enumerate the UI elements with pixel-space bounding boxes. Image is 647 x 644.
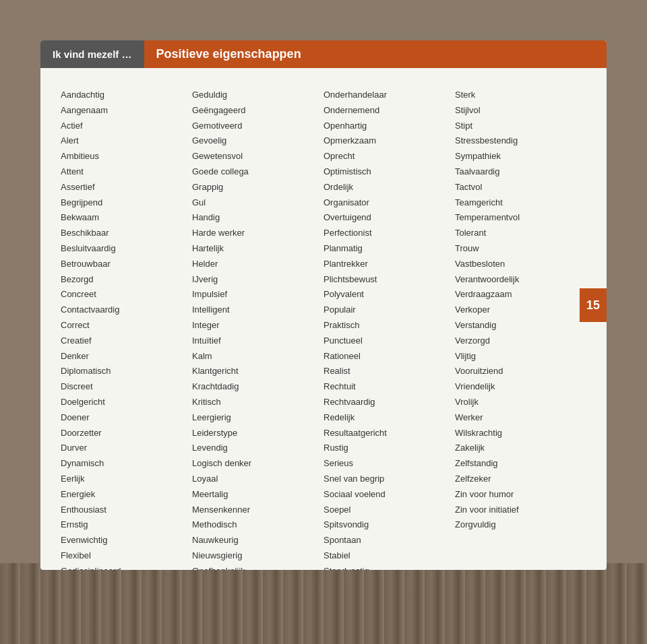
list-item: Stijlvol — [455, 104, 586, 118]
content-area: AandachtigAangenaamActiefAlertAmbitieusA… — [40, 82, 607, 570]
list-item: Rechtuit — [324, 380, 455, 394]
list-item: Ordelijk — [324, 181, 455, 195]
list-item: Intuïtief — [192, 334, 324, 348]
list-item: Intelligent — [192, 303, 324, 317]
list-item: Creatief — [61, 334, 192, 348]
list-item: Begrijpend — [61, 196, 192, 210]
list-item: Integer — [192, 319, 324, 333]
list-item: Nieuwsgierig — [192, 549, 324, 563]
list-item: Doelgericht — [61, 395, 192, 410]
list-item: Mensenkenner — [192, 503, 324, 517]
header-right-label: Positieve eigenschappen — [144, 40, 607, 68]
list-item: Populair — [324, 303, 455, 317]
list-item: Trouw — [455, 242, 586, 256]
list-item: Meertalig — [192, 488, 324, 502]
list-item: Betrouwbaar — [61, 257, 192, 271]
header-left-label: Ik vind mezelf … — [40, 40, 144, 68]
list-item: Contactvaardig — [61, 303, 192, 317]
list-item: Flexibel — [61, 549, 192, 563]
list-item: Perfectionist — [324, 226, 455, 240]
list-item: Logisch denker — [192, 457, 324, 471]
list-item: Rechtvaardig — [324, 395, 455, 410]
list-item: Gewetensvol — [192, 150, 324, 164]
list-item: Onafhankelijk — [192, 565, 324, 570]
list-item: Bekwaam — [61, 211, 192, 225]
list-item: Zin voor initiatief — [455, 503, 586, 517]
list-item: Gul — [192, 196, 324, 210]
list-item: Actief — [61, 119, 192, 133]
list-item: Stressbestendig — [455, 134, 586, 148]
list-item: Loyaal — [192, 472, 324, 486]
list-item: Verdraagzaam — [455, 288, 586, 302]
list-item: Aangenaam — [61, 104, 192, 118]
list-item: Rationeel — [324, 350, 455, 364]
list-item: Aandachtig — [61, 88, 192, 102]
list-item: Overtuigend — [324, 211, 455, 225]
list-item: Plantrekker — [324, 257, 455, 271]
list-item: Zorgvuldig — [455, 518, 586, 532]
list-item: Gevoelig — [192, 134, 324, 148]
column-1: AandachtigAangenaamActiefAlertAmbitieusA… — [61, 88, 192, 570]
list-item: Stabiel — [324, 549, 455, 563]
list-item: Attent — [61, 165, 192, 179]
list-item: Leergierig — [192, 411, 324, 425]
list-item: Vrolijk — [455, 395, 586, 410]
list-item: Vastbesloten — [455, 257, 586, 271]
list-item: Zakelijk — [455, 441, 586, 455]
column-4: SterkStijlvolStiptStressbestendigSympath… — [455, 88, 586, 570]
page-number: 15 — [580, 288, 607, 322]
list-item: Durver — [61, 441, 192, 455]
list-item: Klantgericht — [192, 364, 324, 379]
header: Ik vind mezelf … Positieve eigenschappen — [40, 40, 607, 68]
list-item: Snel van begrip — [324, 472, 455, 486]
list-item: Goede collega — [192, 165, 324, 179]
list-item: Standvastig — [324, 565, 455, 570]
list-item: Werker — [455, 411, 586, 425]
list-item: Taalvaardig — [455, 165, 586, 179]
list-item: Nauwkeurig — [192, 534, 324, 548]
list-item: IJverig — [192, 273, 324, 287]
list-item: Organisator — [324, 196, 455, 210]
list-item: Assertief — [61, 181, 192, 195]
list-item: Praktisch — [324, 319, 455, 333]
list-item: Gemotiveerd — [192, 119, 324, 133]
list-item: Zelfzeker — [455, 472, 586, 486]
list-item: Leiderstype — [192, 426, 324, 441]
list-item: Temperamentvol — [455, 211, 586, 225]
list-item: Besluitvaardig — [61, 242, 192, 256]
list-item: Openhartig — [324, 119, 455, 133]
list-item: Rustig — [324, 441, 455, 455]
list-item: Polyvalent — [324, 288, 455, 302]
list-item: Hartelijk — [192, 242, 324, 256]
list-item: Evenwichtig — [61, 534, 192, 548]
list-item: Sympathiek — [455, 150, 586, 164]
list-item: Ernstig — [61, 518, 192, 532]
list-item: Krachtdadig — [192, 380, 324, 394]
list-item: Spitsvondig — [324, 518, 455, 532]
list-item: Levendig — [192, 441, 324, 455]
list-item: Punctueel — [324, 334, 455, 348]
list-item: Optimistisch — [324, 165, 455, 179]
list-item: Helder — [192, 257, 324, 271]
list-item: Serieus — [324, 457, 455, 471]
list-item: Stipt — [455, 119, 586, 133]
list-item: Soepel — [324, 503, 455, 517]
list-item: Alert — [61, 134, 192, 148]
card-inner: Ik vind mezelf … Positieve eigenschappen… — [40, 40, 607, 570]
list-item: Doener — [61, 411, 192, 425]
list-item: Grappig — [192, 181, 324, 195]
list-item: Diplomatisch — [61, 364, 192, 379]
list-item: Planmatig — [324, 242, 455, 256]
background-texture — [0, 563, 647, 644]
list-item: Energiek — [61, 488, 192, 502]
list-item: Zelfstandig — [455, 457, 586, 471]
column-3: OnderhandelaarOndernemendOpenhartigOpmer… — [324, 88, 455, 570]
list-item: Spontaan — [324, 534, 455, 548]
list-item: Concreet — [61, 288, 192, 302]
list-item: Verantwoordelijk — [455, 273, 586, 287]
list-item: Sterk — [455, 88, 586, 102]
list-item: Tactvol — [455, 181, 586, 195]
list-item: Vlijtig — [455, 350, 586, 364]
list-item: Dynamisch — [61, 457, 192, 471]
list-item: Eerlijk — [61, 472, 192, 486]
